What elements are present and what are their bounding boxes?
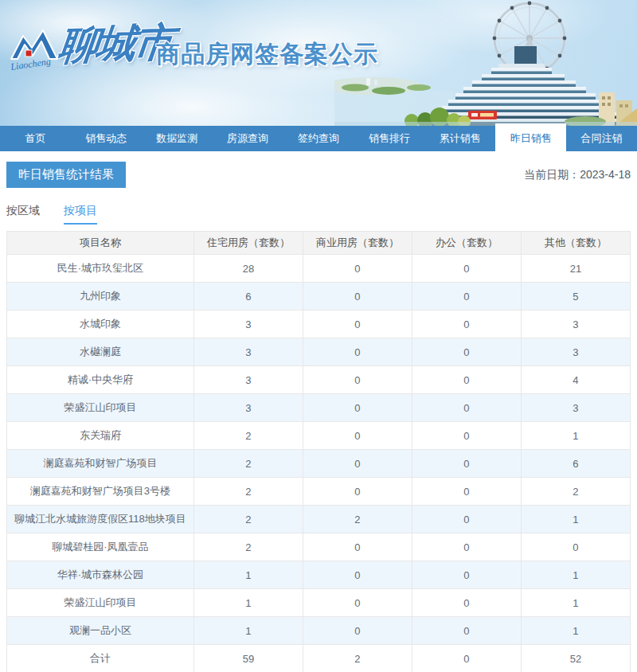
value-cell: 3: [521, 394, 630, 422]
value-cell: 0: [303, 589, 412, 617]
value-cell: 0: [412, 422, 521, 450]
value-cell: 3: [193, 394, 303, 422]
table-body: 民生·城市玖玺北区280021九州印象6005水城印象3003水樾澜庭3003精…: [7, 255, 631, 672]
project-name-cell: 东关瑞府: [7, 422, 194, 450]
nav-item-3[interactable]: 房源查询: [213, 126, 283, 151]
value-cell: 2: [193, 450, 303, 478]
nav-item-7[interactable]: 昨日销售: [495, 123, 566, 151]
table-row: 观澜一品小区1001: [7, 617, 631, 645]
nav-item-1[interactable]: 销售动态: [71, 126, 142, 151]
value-cell: 2: [521, 478, 630, 506]
value-cell: 0: [412, 617, 521, 645]
value-cell: 0: [412, 533, 521, 561]
table-row: 水樾澜庭3003: [7, 338, 631, 366]
project-name-cell: 荣盛江山印项目: [7, 589, 194, 617]
project-name-cell: 水城印象: [7, 311, 194, 338]
sales-table-wrap: 项目名称住宅用房（套数）商业用房（套数）办公（套数）其他（套数） 民生·城市玖玺…: [0, 231, 637, 672]
table-row: 聊城碧桂园·凤凰壹品2000: [7, 533, 631, 561]
value-cell: 1: [193, 589, 303, 617]
table-row: 澜庭嘉苑和财智广场项目2006: [7, 450, 631, 478]
tab-1[interactable]: 按项目: [64, 204, 97, 225]
value-cell: 4: [521, 366, 630, 394]
value-cell: 0: [412, 366, 521, 394]
value-cell: 0: [303, 617, 412, 645]
table-row: 东关瑞府2001: [7, 422, 631, 450]
value-cell: 0: [303, 478, 412, 506]
value-cell: 1: [193, 561, 303, 589]
value-cell: 0: [412, 450, 521, 478]
value-cell: 1: [521, 506, 630, 533]
value-cell: 0: [412, 589, 521, 617]
value-cell: 0: [303, 422, 412, 450]
tab-0[interactable]: 按区域: [6, 204, 40, 225]
value-cell: 2: [303, 645, 412, 672]
current-date-label: 当前日期：2023-4-18: [524, 168, 631, 182]
column-header-4: 其他（套数）: [521, 232, 630, 255]
value-cell: 0: [303, 450, 412, 478]
value-cell: 0: [303, 561, 412, 589]
table-row: 聊城江北水城旅游度假区118地块项目2201: [7, 506, 631, 533]
column-header-2: 商业用房（套数）: [303, 232, 412, 255]
value-cell: 0: [412, 645, 521, 672]
value-cell: 0: [412, 311, 521, 338]
view-tabs: 按区域按项目: [0, 204, 637, 225]
value-cell: 0: [303, 283, 412, 311]
nav-item-6[interactable]: 累计销售: [424, 126, 495, 151]
value-cell: 0: [303, 366, 412, 394]
column-header-3: 办公（套数）: [412, 232, 521, 255]
sales-table: 项目名称住宅用房（套数）商业用房（套数）办公（套数）其他（套数） 民生·城市玖玺…: [6, 231, 631, 672]
value-cell: 0: [412, 283, 521, 311]
value-cell: 6: [193, 283, 303, 311]
table-row: 精诚·中央华府3004: [7, 366, 631, 394]
value-cell: 0: [303, 338, 412, 366]
project-name-cell: 澜庭嘉苑和财智广场项目3号楼: [7, 478, 194, 506]
table-row: 澜庭嘉苑和财智广场项目3号楼2002: [7, 478, 631, 506]
value-cell: 0: [412, 478, 521, 506]
page-title: 昨日销售统计结果: [6, 162, 126, 188]
value-cell: 1: [521, 617, 630, 645]
nav-item-0[interactable]: 首页: [0, 126, 71, 151]
project-name-cell: 澜庭嘉苑和财智广场项目: [7, 450, 194, 478]
value-cell: 1: [521, 589, 630, 617]
waterfront-building-ferris-wheel-illustration: [334, 0, 637, 126]
value-cell: 2: [193, 533, 303, 561]
project-name-cell: 精诚·中央华府: [7, 366, 194, 394]
value-cell: 6: [521, 450, 630, 478]
table-total-row: 合计592052: [7, 645, 631, 672]
main-nav: 首页销售动态数据监测房源查询签约查询销售排行累计销售昨日销售合同注销: [0, 126, 637, 151]
value-cell: 3: [193, 366, 303, 394]
project-name-cell: 聊城江北水城旅游度假区118地块项目: [7, 506, 194, 533]
value-cell: 28: [193, 255, 303, 283]
stepped-building: [432, 46, 623, 126]
value-cell: 0: [303, 255, 412, 283]
value-cell: 2: [193, 478, 303, 506]
value-cell: 0: [521, 533, 630, 561]
table-header-row: 项目名称住宅用房（套数）商业用房（套数）办公（套数）其他（套数）: [7, 232, 631, 255]
value-cell: 3: [193, 311, 303, 338]
value-cell: 2: [303, 506, 412, 533]
table-row: 水城印象3003: [7, 311, 631, 338]
value-cell: 0: [412, 561, 521, 589]
table-row: 民生·城市玖玺北区280021: [7, 255, 631, 283]
value-cell: 0: [303, 311, 412, 338]
nav-item-8[interactable]: 合同注销: [566, 126, 637, 151]
project-name-cell: 九州印象: [7, 283, 194, 311]
value-cell: 1: [521, 422, 630, 450]
value-cell: 0: [412, 255, 521, 283]
value-cell: 2: [193, 422, 303, 450]
nav-item-5[interactable]: 销售排行: [354, 126, 424, 151]
value-cell: 1: [521, 561, 630, 589]
column-header-1: 住宅用房（套数）: [193, 232, 303, 255]
value-cell: 3: [521, 311, 630, 338]
value-cell: 2: [193, 506, 303, 533]
nav-item-2[interactable]: 数据监测: [142, 126, 213, 151]
value-cell: 21: [521, 255, 630, 283]
table-row: 华祥·城市森林公园1001: [7, 561, 631, 589]
title-row: 昨日销售统计结果 当前日期：2023-4-18: [0, 151, 637, 188]
nav-item-4[interactable]: 签约查询: [283, 126, 354, 151]
value-cell: 3: [193, 338, 303, 366]
project-name-cell: 观澜一品小区: [7, 617, 194, 645]
value-cell: 3: [521, 338, 630, 366]
table-row: 九州印象6005: [7, 283, 631, 311]
value-cell: 59: [193, 645, 303, 672]
